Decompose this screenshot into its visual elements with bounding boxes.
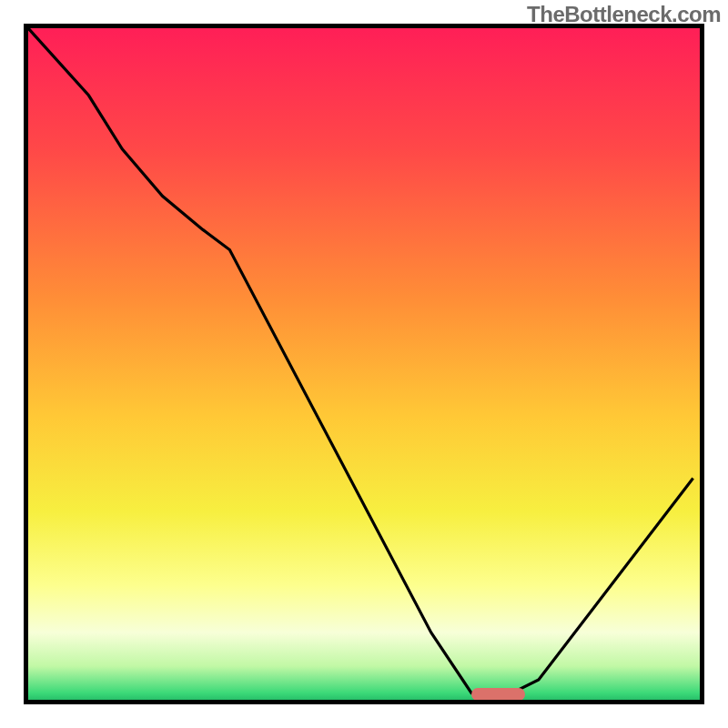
bottleneck-curve bbox=[28, 28, 700, 700]
optimum-marker bbox=[471, 688, 525, 701]
plot-area bbox=[24, 24, 704, 704]
chart-frame: TheBottleneck.com bbox=[0, 0, 728, 728]
curve-polyline bbox=[28, 28, 693, 693]
